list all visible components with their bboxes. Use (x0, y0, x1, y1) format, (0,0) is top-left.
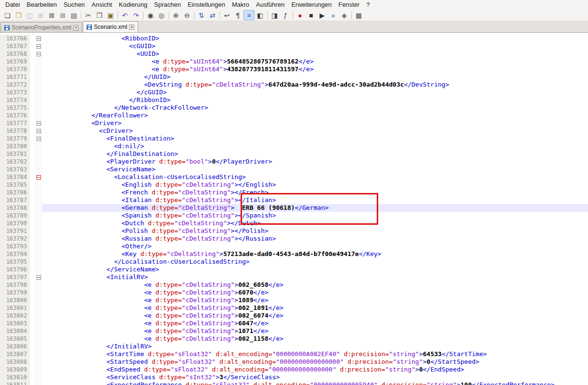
code-text[interactable]: <cGUID> (42, 42, 588, 50)
code-text[interactable]: </Network-cTrackFollower> (42, 104, 588, 112)
print-button[interactable]: ▤ (68, 10, 79, 20)
bookmark-margin[interactable] (30, 142, 35, 150)
code-text[interactable]: <e d:type="cDeltaString">6070</e> (42, 289, 588, 296)
bookmark-margin[interactable] (30, 81, 35, 89)
bookmark-margin[interactable] (30, 158, 35, 166)
bookmark-margin[interactable] (30, 343, 35, 350)
bookmark-margin[interactable] (30, 204, 35, 212)
fold-collapse-icon[interactable] (37, 37, 41, 41)
bookmark-margin[interactable] (30, 42, 35, 50)
bookmark-margin[interactable] (30, 289, 35, 296)
bookmark-margin[interactable] (30, 258, 35, 266)
code-text[interactable]: <e d:type="cDeltaString">002_6074</e> (42, 312, 588, 320)
bookmark-margin[interactable] (30, 212, 35, 219)
copy-button[interactable]: ❐ (94, 10, 105, 20)
code-text[interactable]: <UUID> (42, 50, 588, 58)
code-text[interactable]: <RibbonID> (42, 35, 588, 42)
bookmark-margin[interactable] (30, 104, 35, 112)
bookmark-margin[interactable] (30, 89, 35, 96)
bookmark-margin[interactable] (30, 196, 35, 204)
code-text[interactable]: </ServiceName> (42, 266, 588, 273)
code-text[interactable]: <InitialRV> (42, 273, 588, 281)
bookmark-margin[interactable] (30, 250, 35, 258)
code-text[interactable]: <ServiceName> (42, 166, 588, 173)
bookmark-margin[interactable] (30, 281, 35, 289)
menu-item-hilfe[interactable]: ? (363, 0, 373, 9)
bookmark-margin[interactable] (30, 273, 35, 281)
code-text[interactable]: <e d:type="cDeltaString">002_1158</e> (42, 335, 588, 343)
menu-item-makro[interactable]: Makro (229, 0, 253, 9)
code-text[interactable]: </cGUID> (42, 89, 588, 96)
bookmark-margin[interactable] (30, 135, 35, 142)
menu-item-einstellungen[interactable]: Einstellungen (184, 0, 229, 9)
bookmark-margin[interactable] (30, 227, 35, 235)
code-text[interactable]: <PlayerDriver d:type="bool">0</PlayerDri… (42, 158, 588, 166)
code-text[interactable]: <d:nil/> (42, 142, 588, 150)
code-text[interactable]: </RearFollower> (42, 112, 588, 119)
bookmark-margin[interactable] (30, 312, 35, 320)
show-all-chars-button[interactable]: ¶ (232, 10, 243, 20)
macro-stop-button[interactable]: ■ (306, 10, 317, 20)
bookmark-margin[interactable] (30, 65, 35, 73)
paste-button[interactable]: ▣ (105, 10, 116, 20)
bookmark-margin[interactable] (30, 166, 35, 173)
fold-collapse-icon[interactable] (37, 52, 41, 56)
code-text[interactable]: <e d:type="cDeltaString">002_1091</e> (42, 304, 588, 312)
code-text[interactable]: <German d:type="cDeltaString"> ERB 66 (9… (42, 204, 588, 212)
code-text[interactable]: <DevString d:type="cDeltaString">647d20a… (42, 81, 588, 89)
shortcut-mapper-button[interactable]: ▦ (353, 10, 364, 20)
menu-item-kodierung[interactable]: Kodierung (115, 0, 151, 9)
code-text[interactable]: <e d:type="sUInt64">5664852807576789162<… (42, 58, 588, 65)
code-text[interactable]: <FinalDestination> (42, 135, 588, 142)
bookmark-margin[interactable] (30, 50, 35, 58)
sync-scroll-vertical-button[interactable]: ⇅ (196, 10, 207, 20)
bookmark-margin[interactable] (30, 219, 35, 227)
word-wrap-button[interactable]: ↩ (221, 10, 232, 20)
bookmark-margin[interactable] (30, 189, 35, 196)
open-folder-button[interactable]: ❒ (13, 10, 24, 20)
zoom-out-button[interactable]: ⊖ (181, 10, 192, 20)
code-text[interactable]: <cDriver> (42, 127, 588, 135)
tab-scenario-xml[interactable]: Scenario.xml✕ (83, 21, 138, 32)
code-text[interactable]: <Localisation-cUserLocalisedString> (42, 173, 588, 181)
macro-play-multi-button[interactable]: » (328, 10, 339, 20)
replace-button[interactable]: ◎ (156, 10, 167, 20)
undo-button[interactable]: ↶ (119, 10, 130, 20)
menu-item-suchen[interactable]: Suchen (60, 0, 88, 9)
code-text[interactable]: <English d:type="cDeltaString"></English… (42, 181, 588, 189)
code-text[interactable]: <e d:type="cDeltaString">6047</e> (42, 320, 588, 327)
new-file-button[interactable]: ❏ (2, 10, 13, 20)
bookmark-margin[interactable] (30, 296, 35, 304)
save-button[interactable]: ◫ (24, 10, 35, 20)
zoom-in-button[interactable]: ⊕ (170, 10, 181, 20)
close-file-button[interactable]: ⊠ (46, 10, 57, 20)
bookmark-margin[interactable] (30, 73, 35, 81)
bookmark-margin[interactable] (30, 366, 35, 373)
bookmark-margin[interactable] (30, 150, 35, 158)
bookmark-margin[interactable] (30, 335, 35, 343)
menu-item-bearbeiten[interactable]: Bearbeiten (23, 0, 60, 9)
code-text[interactable]: </RibbonID> (42, 96, 588, 104)
bookmark-margin[interactable] (30, 181, 35, 189)
code-text[interactable]: <e d:type="sUInt64">4382077391811431597<… (42, 65, 588, 73)
macro-record-button[interactable]: ● (294, 10, 306, 20)
bookmark-margin[interactable] (30, 358, 35, 366)
sync-scroll-horizontal-button[interactable]: ⇄ (207, 10, 218, 20)
code-text[interactable]: <Russian d:type="cDeltaString"></Russian… (42, 235, 588, 243)
menu-item-erweiterungen[interactable]: Erweiterungen (288, 0, 335, 9)
code-text[interactable]: <ServiceClass d:type="sInt32">3</Service… (42, 373, 588, 381)
code-text[interactable]: <StartSpeed d:type="sFloat32" d:alt_enco… (42, 358, 588, 366)
code-text[interactable]: <Driver> (42, 119, 588, 127)
fold-collapse-icon[interactable] (37, 175, 41, 180)
fold-collapse-icon[interactable] (37, 121, 41, 126)
fold-collapse-icon[interactable] (37, 44, 41, 49)
save-all-button[interactable]: ⊞ (35, 10, 46, 20)
fold-collapse-icon[interactable] (37, 275, 41, 280)
menu-item-ausfhren[interactable]: Ausführen (253, 0, 288, 9)
menu-item-ansicht[interactable]: Ansicht (88, 0, 115, 9)
menu-item-sprachen[interactable]: Sprachen (151, 0, 184, 9)
code-text[interactable]: </FinalDestination> (42, 150, 588, 158)
code-text[interactable]: <e d:type="cDeltaString">1071</e> (42, 327, 588, 335)
bookmark-margin[interactable] (30, 320, 35, 327)
menu-item-datei[interactable]: Datei (2, 0, 23, 9)
